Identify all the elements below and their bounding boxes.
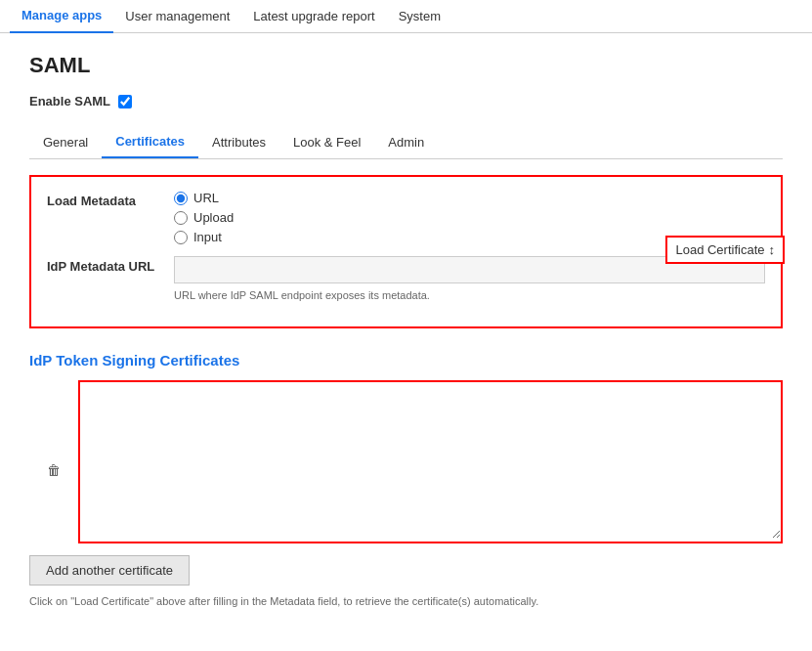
radio-upload-label: Upload — [193, 210, 234, 225]
cert-delete-col: 🗑 — [29, 380, 78, 482]
load-metadata-label: Load Metadata — [47, 191, 174, 208]
top-nav: Manage apps User management Latest upgra… — [0, 0, 812, 33]
page-title: SAML — [29, 53, 783, 78]
radio-url-input[interactable] — [174, 192, 188, 205]
nav-system[interactable]: System — [387, 0, 452, 33]
load-metadata-row: Load Metadata URL Upload Input — [47, 191, 765, 244]
signing-certs-section: IdP Token Signing Certificates 🗑 Add ano… — [29, 352, 783, 607]
tab-certificates[interactable]: Certificates — [102, 126, 198, 158]
cert-textarea[interactable] — [80, 382, 781, 539]
nav-manage-apps[interactable]: Manage apps — [10, 0, 113, 33]
enable-saml-label: Enable SAML — [29, 94, 110, 108]
radio-upload-input[interactable] — [174, 211, 188, 225]
radio-url-label: URL — [193, 191, 219, 205]
enable-saml-checkbox[interactable] — [118, 95, 132, 108]
nav-user-management[interactable]: User management — [113, 0, 241, 33]
metadata-outer-wrapper: Load Metadata URL Upload Input — [29, 175, 783, 328]
idp-url-label: IdP Metadata URL — [47, 256, 174, 274]
load-certificate-button[interactable]: Load Certificate ↕ — [665, 236, 785, 264]
enable-saml-row: Enable SAML — [29, 94, 783, 108]
cert-area-wrapper: 🗑 — [29, 380, 783, 543]
nav-latest-upgrade[interactable]: Latest upgrade report — [241, 0, 386, 33]
radio-url[interactable]: URL — [174, 191, 234, 205]
radio-upload[interactable]: Upload — [174, 210, 234, 225]
tab-admin[interactable]: Admin — [374, 127, 438, 157]
main-content: SAML Enable SAML General Certificates At… — [0, 33, 812, 627]
load-certificate-label: Load Certificate — [675, 242, 764, 257]
idp-url-hint: URL where IdP SAML endpoint exposes its … — [174, 289, 765, 301]
tab-general[interactable]: General — [29, 127, 102, 157]
radio-group: URL Upload Input — [174, 191, 234, 244]
radio-input-input[interactable] — [174, 231, 188, 244]
tab-look-and-feel[interactable]: Look & Feel — [279, 127, 374, 157]
radio-input[interactable]: Input — [174, 230, 234, 244]
delete-cert-button[interactable]: 🗑 — [43, 458, 64, 482]
idp-url-row: IdP Metadata URL URL where IdP SAML endp… — [47, 256, 765, 301]
tab-attributes[interactable]: Attributes — [198, 127, 279, 157]
load-certificate-sort-icon: ↕ — [769, 242, 776, 257]
signing-certs-title: IdP Token Signing Certificates — [29, 352, 783, 369]
sub-tabs: General Certificates Attributes Look & F… — [29, 126, 783, 159]
cert-textarea-wrapper — [78, 380, 783, 543]
add-another-certificate-button[interactable]: Add another certificate — [29, 555, 190, 586]
bottom-hint: Click on "Load Certificate" above after … — [29, 595, 783, 607]
radio-input-label: Input — [193, 230, 222, 244]
